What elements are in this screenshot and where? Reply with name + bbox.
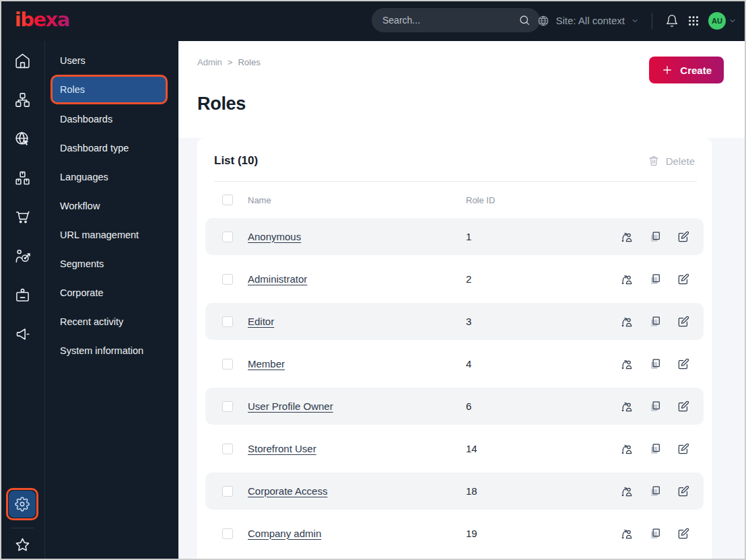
edit-button[interactable]: [677, 527, 690, 540]
create-button[interactable]: Create: [649, 57, 724, 83]
star-icon: [14, 536, 31, 553]
search-icon[interactable]: [518, 14, 531, 26]
row-checkbox[interactable]: [222, 486, 233, 497]
list-card-header: List (10) Delete: [197, 138, 712, 181]
row-checkbox[interactable]: [222, 401, 233, 412]
copy-button[interactable]: [648, 357, 662, 371]
globe-cursor-icon: [14, 131, 31, 147]
copy-icon: [648, 442, 662, 456]
assign-user-icon: [620, 400, 634, 413]
sidebar-item-users[interactable]: Users: [45, 46, 178, 75]
copy-icon: [648, 315, 662, 328]
copy-icon: [648, 485, 662, 498]
rail-item-content-structure[interactable]: [14, 92, 31, 108]
copy-button[interactable]: [648, 273, 662, 286]
role-name-link[interactable]: Member: [248, 358, 285, 370]
row-actions: [620, 230, 690, 244]
app-switcher-button[interactable]: [687, 15, 700, 27]
role-id-value: 6: [466, 400, 620, 412]
assign-user-button[interactable]: [620, 485, 634, 498]
site-context-label: Site: All context: [555, 15, 625, 26]
role-name-link[interactable]: Company admin: [248, 528, 321, 539]
edit-icon: [677, 315, 690, 328]
copy-button[interactable]: [648, 400, 662, 413]
sidebar-item-corporate[interactable]: Corporate: [45, 278, 178, 307]
assign-user-button[interactable]: [620, 442, 634, 456]
edit-button[interactable]: [677, 485, 690, 498]
rail-item-settings-highlighted[interactable]: [6, 488, 38, 520]
sidebar-item-segments[interactable]: Segments: [45, 249, 178, 278]
sidebar-item-recent-activity[interactable]: Recent activity: [45, 307, 178, 336]
assign-user-icon: [620, 442, 634, 456]
role-name-link[interactable]: Editor: [248, 316, 274, 327]
site-context-selector[interactable]: Site: All context: [537, 15, 639, 27]
copy-button[interactable]: [648, 527, 662, 540]
ibexa-logo[interactable]: ibexa: [15, 8, 69, 31]
row-checkbox[interactable]: [222, 274, 233, 285]
sidebar-item-workflow[interactable]: Workflow: [45, 191, 178, 220]
user-menu-button[interactable]: AU: [708, 12, 737, 30]
delete-button[interactable]: Delete: [648, 155, 695, 167]
megaphone-icon: [14, 326, 31, 343]
role-name-link[interactable]: Administrator: [248, 273, 307, 285]
role-id-value: 1: [466, 231, 620, 242]
table-row: Storefront User 14: [205, 430, 704, 467]
plus-icon: [661, 64, 673, 76]
rail-item-personalization[interactable]: [14, 248, 31, 265]
assign-user-button[interactable]: [620, 527, 634, 540]
role-name-link[interactable]: Corporate Access: [248, 485, 327, 497]
row-checkbox[interactable]: [222, 232, 233, 242]
edit-button[interactable]: [677, 273, 690, 286]
sidebar-item-url-management[interactable]: URL management: [45, 220, 178, 249]
copy-icon: [648, 400, 662, 413]
edit-icon: [677, 442, 690, 456]
assign-user-icon: [620, 230, 634, 244]
row-actions: [620, 485, 690, 498]
row-checkbox[interactable]: [222, 528, 233, 539]
row-checkbox[interactable]: [222, 359, 233, 370]
row-checkbox[interactable]: [222, 316, 233, 327]
copy-button[interactable]: [648, 485, 662, 498]
copy-button[interactable]: [648, 442, 662, 456]
edit-button[interactable]: [677, 442, 690, 456]
globe-icon: [537, 15, 549, 27]
ibexa-admin-screen: ibexa Site: All context AU: [0, 0, 746, 560]
copy-button[interactable]: [648, 230, 662, 244]
sidebar-item-dashboard-type[interactable]: Dashboard type: [45, 133, 178, 162]
breadcrumb-admin[interactable]: Admin: [197, 57, 222, 67]
sidebar-item-roles[interactable]: Roles: [50, 75, 168, 104]
assign-user-button[interactable]: [620, 230, 634, 244]
assign-user-button[interactable]: [620, 273, 634, 286]
edit-button[interactable]: [677, 230, 690, 244]
select-all-checkbox[interactable]: [222, 195, 233, 205]
rail-item-products[interactable]: [14, 170, 31, 186]
topbar: ibexa Site: All context AU: [0, 0, 746, 41]
edit-button[interactable]: [677, 315, 690, 328]
rail-item-home[interactable]: [14, 53, 31, 69]
row-actions: [620, 527, 690, 540]
global-search: [372, 8, 540, 32]
sidebar-item-languages[interactable]: Languages: [45, 162, 178, 191]
search-input[interactable]: [382, 15, 518, 26]
rail-item-commerce[interactable]: [14, 209, 31, 225]
table-row: Editor 3: [205, 303, 704, 340]
page-title: Roles: [197, 94, 246, 114]
assign-user-button[interactable]: [620, 357, 634, 371]
assign-user-button[interactable]: [620, 400, 634, 413]
sidebar-item-system-information[interactable]: System information: [45, 336, 178, 365]
edit-button[interactable]: [677, 400, 690, 413]
role-name-link[interactable]: Anonymous: [248, 231, 301, 242]
sidebar-item-dashboards[interactable]: Dashboards: [45, 104, 178, 133]
edit-button[interactable]: [677, 357, 690, 371]
edit-icon: [677, 527, 690, 540]
rail-item-campaigns[interactable]: [14, 326, 31, 343]
role-name-link[interactable]: Storefront User: [248, 443, 316, 454]
row-checkbox[interactable]: [222, 444, 233, 454]
rail-item-corporate[interactable]: [14, 287, 31, 304]
copy-button[interactable]: [648, 315, 662, 328]
notifications-button[interactable]: [665, 14, 679, 28]
role-name-link[interactable]: User Profile Owner: [248, 400, 333, 412]
assign-user-button[interactable]: [620, 315, 634, 328]
rail-item-site[interactable]: [14, 131, 31, 147]
rail-item-bookmarks[interactable]: [14, 536, 31, 553]
